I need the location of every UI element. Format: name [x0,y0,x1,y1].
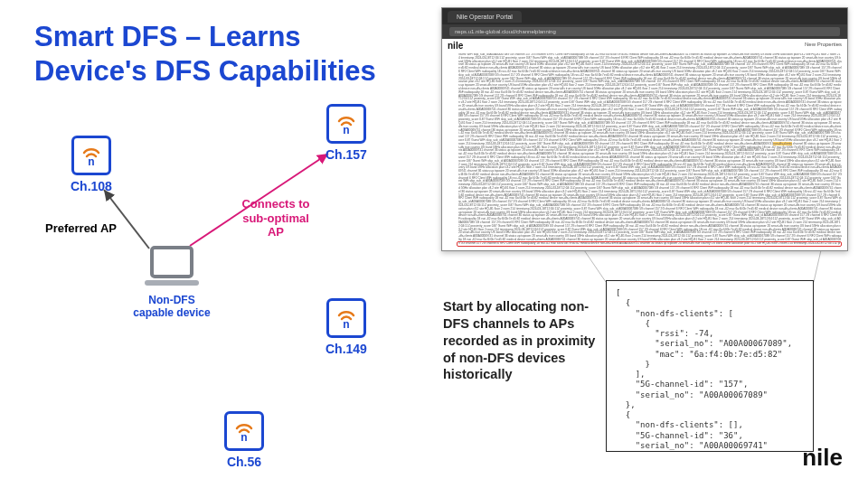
ap-icon: n [71,136,111,175]
svg-line-0 [104,190,149,249]
ap-ch56: n Ch.56 [224,411,264,469]
browser-urlbar-row: neps.u1.nile-global.cloud/channelplannin… [442,24,847,39]
edge-label-connects: Connects to sub-optimal AP [235,197,316,239]
nile-logo: nile [802,444,843,472]
browser-tab[interactable]: Nile Operator Portal [448,11,522,23]
browser-content: nile New Properties Guest WiFi skip_sub_… [442,39,847,250]
caption-text: Start by allocating non-DFS channels to … [443,298,597,383]
ap-icon: n [224,411,264,451]
laptop-label: Non-DFS capable device [131,295,212,320]
svg-text:n: n [88,155,94,168]
edge-label-preferred: Preferred AP [45,221,117,236]
svg-text:n: n [343,318,349,331]
slide-title: Smart DFS – Learns Device's DFS Capabili… [34,20,414,89]
svg-text:n: n [343,124,349,136]
browser-highlight-box [457,241,842,247]
svg-text:n: n [241,431,247,444]
laptop-icon [139,244,204,293]
browser-tabbar: Nile Operator Portal [442,8,847,24]
ap-ch108: n Ch.108 [71,136,112,193]
laptop-device: Non-DFS capable device [131,244,212,320]
ap-ch157: n Ch.157 [326,104,367,162]
ap-label: Ch.157 [326,147,367,162]
browser-window: Nile Operator Portal neps.u1.nile-global… [441,7,848,251]
ap-label: Ch.149 [326,342,367,356]
svg-rect-9 [145,280,199,286]
json-snippet-box: [ { "non-dfs-clients": [ { "rssi": -74, … [606,280,814,452]
browser-log-text: Guest WiFi skip_sub_id A00A00067089 5G c… [458,53,842,245]
ap-label: Ch.56 [227,455,261,469]
ap-icon: n [326,104,366,144]
browser-urlbox[interactable]: neps.u1.nile-global.cloud/channelplannin… [449,27,840,36]
svg-rect-8 [152,248,192,277]
ap-icon: n [326,298,366,338]
ap-label: Ch.108 [71,179,112,193]
browser-brand: nile [448,41,463,51]
ap-ch149: n Ch.149 [326,298,367,356]
browser-right-text: New Properties [805,42,842,47]
